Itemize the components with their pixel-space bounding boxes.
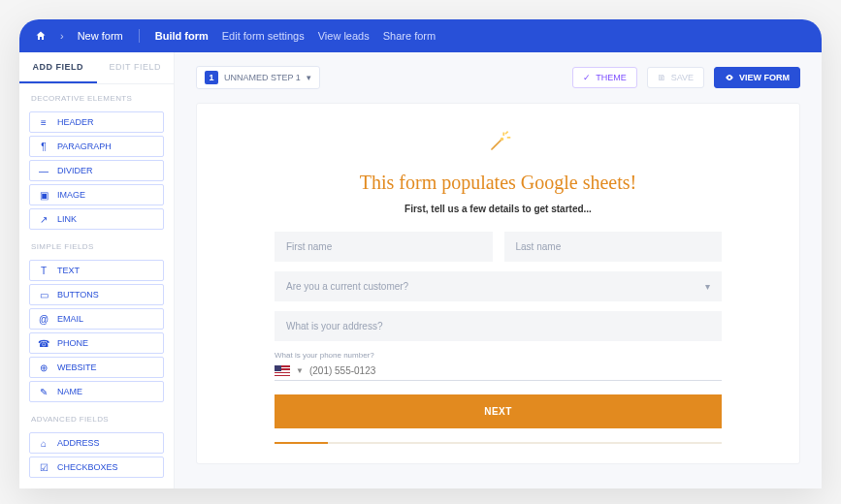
theme-icon: ✓ (583, 73, 591, 82)
field-image[interactable]: ▣IMAGE (29, 184, 164, 205)
header-icon: ≡ (38, 117, 49, 127)
view-form-button[interactable]: VIEW FORM (714, 67, 800, 88)
group-simple-label: SIMPLE FIELDS (19, 233, 174, 257)
flag-us-icon[interactable] (275, 365, 290, 376)
nav-edit-settings[interactable]: Edit form settings (222, 30, 305, 42)
breadcrumb-current: New form (78, 30, 123, 42)
toolbar: 1 UNNAMED STEP 1 ▾ ✓THEME 🗎SAVE VIEW FOR… (196, 66, 800, 89)
nav-view-leads[interactable]: View leads (318, 30, 370, 42)
field-website[interactable]: ⊕WEBSITE (29, 357, 164, 378)
name-icon: ✎ (38, 387, 49, 396)
text-icon: T (38, 266, 49, 275)
phone-input-wrapper[interactable]: ▼ (275, 362, 722, 381)
field-buttons[interactable]: ▭BUTTONS (29, 284, 164, 305)
field-divider[interactable]: —DIVIDER (29, 160, 164, 181)
link-icon: ↗ (38, 214, 49, 224)
field-text[interactable]: TTEXT (29, 260, 164, 281)
field-address[interactable]: ⌂ADDRESS (29, 432, 164, 454)
field-email[interactable]: @EMAIL (29, 308, 164, 330)
sidebar: ADD FIELD EDIT FIELD DECORATIVE ELEMENTS… (19, 52, 175, 488)
step-label: UNNAMED STEP 1 (224, 73, 301, 82)
laptop-frame: › New form Build form Edit form settings… (19, 19, 822, 488)
phone-label: What is your phone number? (275, 351, 722, 360)
divider-icon: — (38, 166, 49, 175)
svg-point-0 (500, 138, 503, 142)
address-input[interactable] (275, 311, 722, 341)
nav-share-form[interactable]: Share form (383, 30, 436, 42)
checkbox-icon: ☑ (38, 462, 49, 472)
eye-icon (725, 73, 734, 82)
paragraph-icon: ¶ (38, 142, 49, 151)
field-name[interactable]: ✎NAME (29, 381, 164, 402)
progress-bar (275, 442, 722, 444)
home-icon[interactable] (35, 30, 47, 42)
field-paragraph[interactable]: ¶PARAGRAPH (29, 136, 164, 157)
group-decorative-label: DECORATIVE ELEMENTS (19, 84, 174, 109)
field-header[interactable]: ≡HEADER (29, 111, 164, 133)
phone-input[interactable] (309, 365, 722, 376)
field-checkboxes[interactable]: ☑CHECKBOXES (29, 457, 164, 478)
website-icon: ⊕ (38, 362, 49, 372)
save-icon: 🗎 (658, 73, 666, 82)
chevron-down-icon: ▾ (705, 281, 710, 292)
form-subtitle: First, tell us a few details to get star… (404, 204, 592, 214)
top-nav: › New form Build form Edit form settings… (19, 19, 822, 52)
address-icon: ⌂ (38, 438, 49, 448)
step-number: 1 (205, 71, 218, 84)
first-name-input[interactable] (275, 232, 493, 262)
buttons-icon: ▭ (38, 290, 49, 299)
tab-add-field[interactable]: ADD FIELD (19, 52, 97, 83)
field-link[interactable]: ↗LINK (29, 208, 164, 230)
chevron-right-icon: › (60, 30, 64, 42)
group-advanced-label: ADVANCED FIELDS (19, 405, 174, 429)
form-title: This form populates Google sheets! (360, 172, 637, 194)
image-icon: ▣ (38, 190, 49, 200)
form-canvas: This form populates Google sheets! First… (196, 103, 800, 464)
email-icon: @ (38, 314, 49, 324)
wand-icon (485, 129, 512, 162)
tab-edit-field[interactable]: EDIT FIELD (97, 52, 175, 83)
step-selector[interactable]: 1 UNNAMED STEP 1 ▾ (196, 66, 320, 89)
phone-icon: ☎ (38, 338, 49, 348)
last-name-input[interactable] (504, 232, 723, 262)
chevron-down-icon[interactable]: ▼ (296, 366, 304, 375)
nav-build-form[interactable]: Build form (155, 30, 209, 42)
theme-button[interactable]: ✓THEME (572, 67, 637, 88)
separator (139, 29, 140, 43)
next-button[interactable]: NEXT (275, 394, 722, 428)
chevron-down-icon: ▾ (307, 73, 311, 82)
field-phone[interactable]: ☎PHONE (29, 332, 164, 354)
save-button: 🗎SAVE (647, 67, 704, 88)
customer-select[interactable]: Are you a current customer? ▾ (275, 271, 722, 301)
